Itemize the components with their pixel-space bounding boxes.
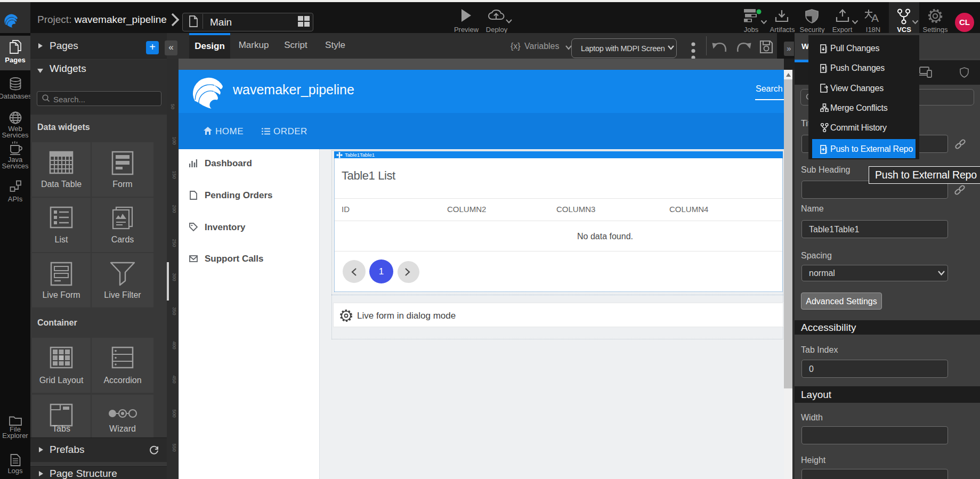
svg-text:A: A — [871, 12, 879, 23]
